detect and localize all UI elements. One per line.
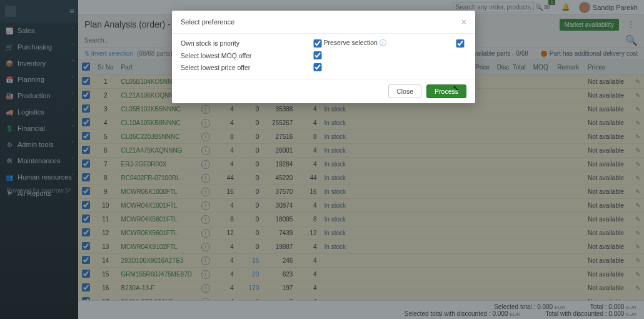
modal-close-icon[interactable]: × (461, 17, 466, 27)
opt-preserve-label: Preserve selection ⓘ (324, 39, 455, 48)
opt-lowest-moq-label: Select lowest MOQ offer (181, 52, 311, 59)
opt-own-stock-label: Own stock is priority (181, 39, 311, 47)
opt-lowest-price-checkbox[interactable] (311, 63, 324, 71)
modal-process-button[interactable]: Process (426, 84, 466, 98)
opt-lowest-moq-checkbox[interactable] (311, 51, 324, 59)
opt-lowest-price-label: Select lowest price offer (181, 64, 311, 71)
opt-preserve-checkbox[interactable] (454, 39, 466, 48)
select-preference-modal: Select preference × Own stock is priorit… (172, 11, 475, 103)
modal-close-button[interactable]: Close (388, 84, 421, 98)
modal-title: Select preference (181, 18, 234, 26)
opt-own-stock-checkbox[interactable] (311, 39, 324, 48)
cursor-icon: ⤡ (453, 84, 459, 93)
